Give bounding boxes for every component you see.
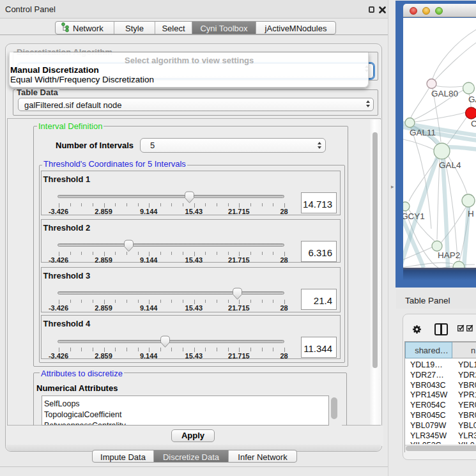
svg-text:GAL80: GAL80 — [431, 89, 458, 98]
svg-text:GCY1: GCY1 — [403, 211, 425, 221]
svg-text:GAL4: GAL4 — [439, 160, 461, 170]
svg-text:GAL11: GAL11 — [410, 128, 436, 137]
svg-text:H: H — [468, 209, 474, 219]
svg-text:GA: GA — [468, 95, 476, 104]
svg-text:C: C — [471, 119, 476, 128]
svg-text:HAP2: HAP2 — [438, 250, 460, 260]
